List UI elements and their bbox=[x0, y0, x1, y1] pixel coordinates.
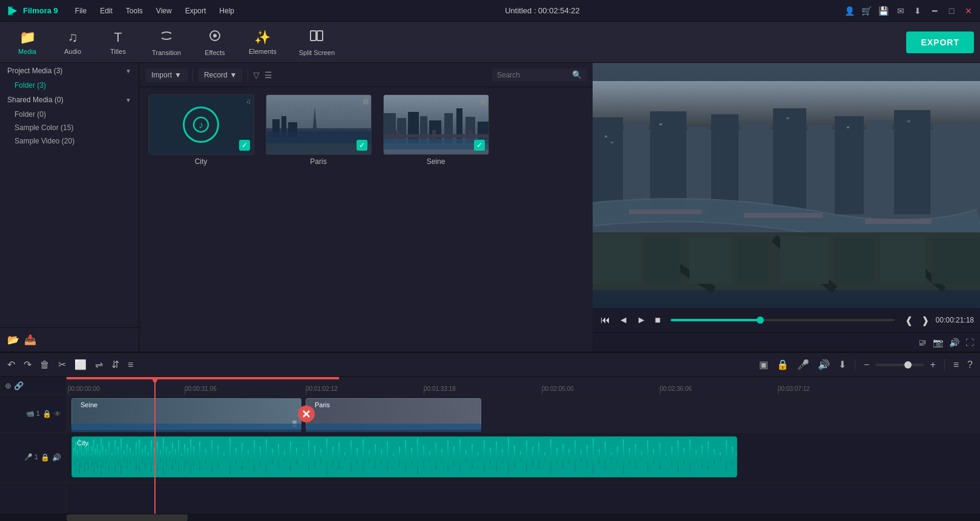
volume-icon[interactable]: 🔊 bbox=[949, 338, 959, 347]
menu-export[interactable]: Export bbox=[179, 4, 212, 18]
import-folder-button[interactable]: 📥 bbox=[24, 334, 36, 346]
audio-mix-button[interactable]: 🔊 bbox=[815, 356, 832, 373]
svg-rect-108 bbox=[181, 454, 182, 459]
rewind-button[interactable]: ⏮ bbox=[599, 313, 612, 327]
user-icon[interactable]: 👤 bbox=[844, 5, 855, 16]
grid-icon[interactable]: ☰ bbox=[265, 70, 272, 80]
project-media-header[interactable]: Project Media (3) ▼ bbox=[0, 63, 139, 79]
titles-label: Titles bbox=[110, 48, 126, 55]
snapshot-icon[interactable]: 📷 bbox=[933, 338, 943, 347]
panel-bottom: 📂 📥 bbox=[0, 327, 139, 352]
filter-icon[interactable]: ▽ bbox=[253, 70, 260, 80]
toolbar-audio[interactable]: ♫ Audio bbox=[51, 26, 94, 59]
toolbar-titles[interactable]: T Titles bbox=[97, 26, 139, 59]
zoom-handle[interactable] bbox=[904, 361, 912, 369]
cut-button[interactable]: ✂ bbox=[56, 356, 68, 373]
svg-rect-179 bbox=[599, 449, 600, 464]
close-button[interactable]: ✕ bbox=[963, 5, 974, 16]
city-audio-clip[interactable]: City bbox=[71, 436, 737, 477]
stop-button[interactable]: ■ bbox=[653, 313, 663, 327]
mic-button[interactable]: 🎤 bbox=[795, 356, 812, 373]
scrollbar-thumb[interactable] bbox=[67, 514, 188, 521]
add-track-button-2[interactable]: ⊕ bbox=[5, 381, 12, 390]
svg-rect-98 bbox=[151, 441, 152, 472]
city-type-icon: ♫ bbox=[246, 97, 251, 105]
folder-0-item[interactable]: Folder (0) bbox=[0, 108, 139, 121]
help-button[interactable]: ? bbox=[965, 357, 975, 373]
track-lock-button[interactable]: 🔒 bbox=[774, 356, 791, 373]
preview-progress-bar[interactable] bbox=[671, 319, 894, 321]
media-item-city[interactable]: ♪ ♫ ✓ City bbox=[146, 94, 255, 344]
menu-edit[interactable]: Edit bbox=[94, 4, 119, 18]
audio-track-lock-icon[interactable]: 🔒 bbox=[41, 453, 50, 462]
mail-icon[interactable]: ✉ bbox=[895, 5, 906, 16]
add-track-button[interactable]: ▣ bbox=[757, 356, 771, 373]
ruler-mark-2: 00:01:02:12 bbox=[306, 385, 338, 392]
delete-button[interactable]: 🗑 bbox=[38, 357, 52, 373]
svg-rect-97 bbox=[148, 453, 149, 460]
svg-rect-41 bbox=[808, 125, 832, 214]
mark-in-button[interactable]: ❰ bbox=[903, 313, 915, 328]
save-icon[interactable]: 💾 bbox=[878, 5, 889, 16]
toolbar-transition[interactable]: Transition bbox=[142, 25, 191, 60]
import-button[interactable]: Import ▼ bbox=[145, 68, 188, 82]
toolbar-elements[interactable]: ✨ Elements bbox=[239, 26, 286, 59]
audio-waveform-svg bbox=[72, 436, 737, 477]
ruler-mark-4: 00:02:05:00 bbox=[542, 385, 574, 392]
play-back-button[interactable]: ◄ bbox=[617, 313, 630, 327]
search-icon[interactable]: 🔍 bbox=[572, 70, 582, 79]
timeline-scroll[interactable]: 00:00:00:00 00:00:31:06 00:01:02:12 00:0… bbox=[67, 377, 980, 514]
svg-rect-122 bbox=[254, 441, 255, 472]
export-button[interactable]: EXPORT bbox=[906, 31, 974, 53]
track-lock-icon[interactable]: 🔒 bbox=[42, 410, 51, 418]
media-item-seine[interactable]: ▦ ✓ Seine bbox=[381, 94, 490, 344]
display-mode-icon[interactable]: 🖳 bbox=[918, 338, 927, 347]
audio-track-1-label: 🎤 1 🔒 🔊 bbox=[0, 433, 66, 482]
audio-track-icons: 🎤 1 🔒 🔊 bbox=[24, 453, 61, 462]
undo-button[interactable]: ↶ bbox=[5, 356, 18, 373]
zoom-in-button[interactable]: + bbox=[927, 357, 938, 373]
crop-button[interactable]: ⬜ bbox=[72, 356, 89, 373]
record-button[interactable]: Record ▼ bbox=[198, 68, 243, 82]
toolbar-media[interactable]: 📁 Media bbox=[6, 26, 48, 59]
toolbar-splitscreen[interactable]: Split Screen bbox=[289, 25, 344, 60]
toolbar-effects[interactable]: Effects bbox=[194, 25, 236, 60]
menu-view[interactable]: View bbox=[150, 4, 178, 18]
timeline-range-bar bbox=[67, 377, 339, 379]
shared-media-header[interactable]: Shared Media (0) ▼ bbox=[0, 92, 139, 108]
preview-progress-handle[interactable] bbox=[757, 316, 764, 324]
timeline-scrollbar[interactable] bbox=[0, 514, 980, 521]
play-button[interactable]: ► bbox=[635, 313, 648, 327]
svg-rect-170 bbox=[544, 453, 545, 460]
minimize-button[interactable]: ━ bbox=[929, 5, 940, 16]
media-item-paris[interactable]: ▦ ✓ Paris bbox=[264, 94, 373, 344]
split-view-button[interactable]: ≡ bbox=[951, 357, 961, 373]
adjust-button[interactable]: ≡ bbox=[125, 357, 136, 373]
zoom-out-button[interactable]: − bbox=[861, 357, 872, 373]
menu-file[interactable]: File bbox=[69, 4, 93, 18]
audio-detach-button[interactable]: ⇌ bbox=[93, 356, 105, 373]
sample-video-item[interactable]: Sample Video (20) bbox=[0, 134, 139, 148]
mark-out-button[interactable]: ❱ bbox=[919, 313, 931, 328]
menu-tools[interactable]: Tools bbox=[120, 4, 149, 18]
folder-3-item[interactable]: Folder (3) bbox=[0, 79, 139, 92]
import-dropdown-icon: ▼ bbox=[174, 71, 182, 79]
menu-help[interactable]: Help bbox=[213, 4, 240, 18]
cart-icon[interactable]: 🛒 bbox=[861, 5, 872, 16]
svg-rect-5 bbox=[317, 31, 323, 41]
track-eye-icon[interactable]: 👁 bbox=[54, 410, 61, 418]
city-thumbnail: ♪ ♫ ✓ bbox=[148, 94, 254, 155]
zoom-slider[interactable] bbox=[875, 364, 924, 366]
sample-color-item[interactable]: Sample Color (15) bbox=[0, 121, 139, 134]
link-tracks-button[interactable]: 🔗 bbox=[14, 381, 24, 390]
svg-rect-154 bbox=[447, 441, 449, 472]
maximize-button[interactable]: □ bbox=[946, 5, 957, 16]
insert-button[interactable]: ⬇ bbox=[836, 356, 849, 373]
fullscreen-icon[interactable]: ⛶ bbox=[965, 338, 974, 347]
new-folder-button[interactable]: 📂 bbox=[7, 334, 19, 346]
search-input[interactable] bbox=[497, 71, 570, 79]
download-icon[interactable]: ⬇ bbox=[912, 5, 923, 16]
redo-button[interactable]: ↷ bbox=[21, 356, 34, 373]
transform-button[interactable]: ⇵ bbox=[109, 356, 122, 373]
audio-track-speaker-icon[interactable]: 🔊 bbox=[52, 453, 61, 462]
